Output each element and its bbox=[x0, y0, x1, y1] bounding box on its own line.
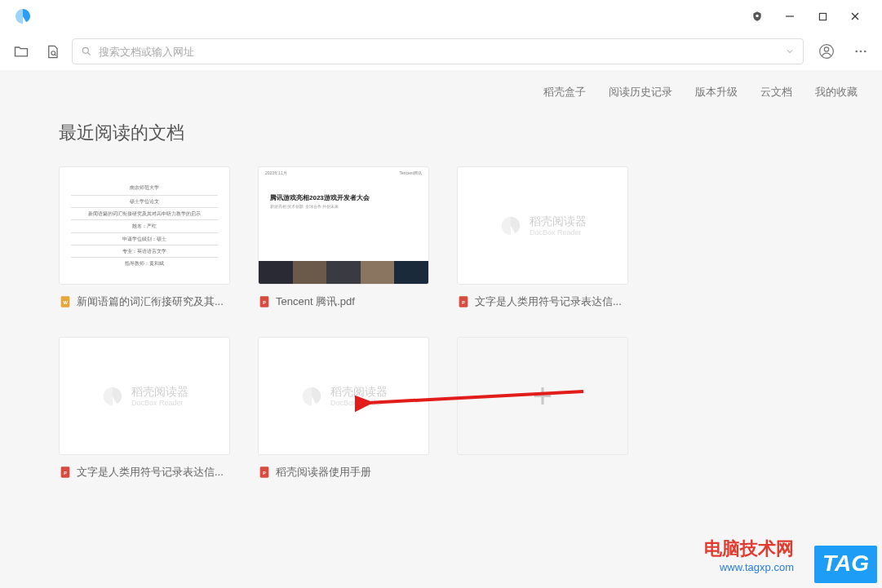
plus-icon: + bbox=[533, 377, 553, 416]
pdf-file-icon: P bbox=[457, 295, 470, 308]
doc-title: 文字是人类用符号记录表达信... bbox=[77, 465, 224, 480]
pdf-file-icon: P bbox=[59, 466, 72, 479]
doc-title: 稻壳阅读器使用手册 bbox=[276, 465, 371, 480]
doc-title: 文字是人类用符号记录表达信... bbox=[475, 294, 622, 309]
svg-point-11 bbox=[855, 51, 858, 53]
svg-point-0 bbox=[756, 15, 759, 18]
svg-line-6 bbox=[54, 54, 55, 55]
doc-item[interactable]: 南京师范大学 硕士学位论文 新闻语篇的词汇衔接研究及其对高中听力教学的启示 姓名… bbox=[59, 166, 230, 309]
nav-tabs: 稻壳盒子 阅读历史记录 版本升级 云文档 我的收藏 bbox=[0, 85, 882, 104]
pdf-file-icon: P bbox=[258, 466, 271, 479]
shield-icon[interactable] bbox=[748, 7, 766, 25]
doc-item[interactable]: 2023年11月Tencent腾讯 腾讯游戏亮相2023游戏开发者大会 新游亮相… bbox=[258, 166, 429, 309]
tab-favorites[interactable]: 我的收藏 bbox=[815, 85, 858, 99]
svg-text:P: P bbox=[462, 300, 465, 305]
titlebar bbox=[0, 0, 882, 33]
search-icon bbox=[81, 46, 92, 57]
doc-item[interactable]: 稻壳阅读器DocBox Reader P 文字是人类用符号记录表达信... bbox=[59, 337, 230, 480]
docbox-logo-icon bbox=[499, 214, 523, 238]
svg-text:P: P bbox=[64, 471, 67, 475]
more-icon[interactable] bbox=[849, 40, 872, 63]
svg-rect-2 bbox=[819, 13, 826, 20]
tab-history[interactable]: 阅读历史记录 bbox=[609, 85, 672, 99]
doc-item[interactable]: 稻壳阅读器DocBox Reader P 稻壳阅读器使用手册 bbox=[258, 337, 429, 480]
search-input[interactable] bbox=[99, 46, 778, 58]
toolbar bbox=[0, 33, 882, 70]
add-document[interactable]: + bbox=[457, 337, 628, 480]
svg-point-12 bbox=[860, 51, 862, 53]
svg-point-13 bbox=[864, 51, 866, 53]
maximize-button[interactable] bbox=[813, 7, 831, 25]
tab-docbox[interactable]: 稻壳盒子 bbox=[543, 85, 586, 99]
svg-line-8 bbox=[88, 53, 91, 55]
chevron-down-icon[interactable] bbox=[785, 46, 795, 56]
doc-file-icon: W bbox=[59, 295, 72, 308]
section-title: 最近阅读的文档 bbox=[59, 121, 823, 145]
doc-title: Tencent 腾讯.pdf bbox=[276, 294, 355, 309]
docbox-logo-icon bbox=[100, 384, 125, 409]
doc-thumbnail: 稻壳阅读器DocBox Reader bbox=[258, 337, 429, 455]
docbox-logo-icon bbox=[299, 384, 324, 409]
pdf-file-icon: P bbox=[258, 295, 271, 308]
content-area: 稻壳盒子 阅读历史记录 版本升级 云文档 我的收藏 最近阅读的文档 南京师范大学… bbox=[0, 70, 882, 588]
tab-cloud[interactable]: 云文档 bbox=[760, 85, 792, 99]
doc-item[interactable]: 稻壳阅读器DocBox Reader P 文字是人类用符号记录表达信... bbox=[457, 166, 628, 309]
app-logo bbox=[13, 7, 33, 26]
search-box[interactable] bbox=[72, 38, 804, 64]
doc-thumbnail: 稻壳阅读器DocBox Reader bbox=[457, 166, 628, 285]
doc-thumbnail: 稻壳阅读器DocBox Reader bbox=[59, 337, 230, 455]
doc-title: 新闻语篇的词汇衔接研究及其... bbox=[77, 294, 224, 309]
svg-text:W: W bbox=[63, 300, 68, 305]
add-document-card[interactable]: + bbox=[457, 337, 628, 455]
open-folder-icon[interactable] bbox=[10, 40, 33, 63]
watermark: 电脑技术网 www.tagxp.com TAG bbox=[704, 537, 875, 581]
svg-text:P: P bbox=[263, 300, 266, 305]
doc-thumbnail: 2023年11月Tencent腾讯 腾讯游戏亮相2023游戏开发者大会 新游亮相… bbox=[258, 166, 429, 285]
close-button[interactable] bbox=[846, 7, 864, 25]
open-file-icon[interactable] bbox=[41, 40, 64, 63]
user-icon[interactable] bbox=[815, 40, 838, 63]
svg-text:P: P bbox=[263, 471, 266, 475]
doc-thumbnail: 南京师范大学 硕士学位论文 新闻语篇的词汇衔接研究及其对高中听力教学的启示 姓名… bbox=[59, 166, 230, 285]
svg-point-10 bbox=[824, 47, 828, 51]
svg-point-7 bbox=[82, 47, 88, 53]
minimize-button[interactable] bbox=[781, 7, 799, 25]
tab-upgrade[interactable]: 版本升级 bbox=[695, 85, 738, 99]
recent-grid: 南京师范大学 硕士学位论文 新闻语篇的词汇衔接研究及其对高中听力教学的启示 姓名… bbox=[59, 166, 823, 480]
